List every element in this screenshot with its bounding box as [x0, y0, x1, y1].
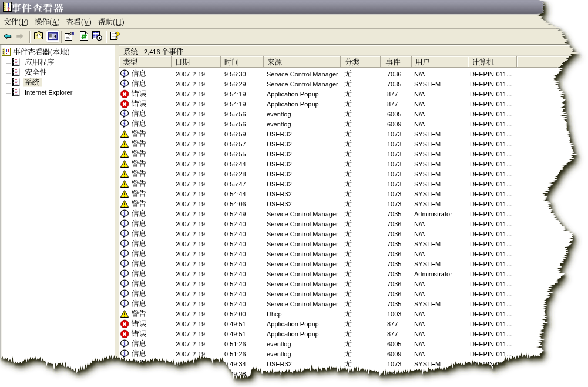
- svg-text:2007-2-19: 2007-2-19: [176, 301, 205, 308]
- svg-text:2007-2-19: 2007-2-19: [176, 261, 205, 268]
- svg-text:Service Control Manager: Service Control Manager: [267, 281, 338, 288]
- svg-text:1073: 1073: [387, 151, 401, 158]
- svg-text:0:51:26: 0:51:26: [224, 341, 246, 348]
- svg-text:2007-2-19: 2007-2-19: [176, 191, 205, 198]
- svg-text:Service Control Manager: Service Control Manager: [267, 301, 338, 308]
- svg-text:DEEPIN-011...: DEEPIN-011...: [470, 151, 512, 158]
- svg-text:1073: 1073: [387, 191, 401, 198]
- svg-text:USER32: USER32: [267, 161, 292, 168]
- svg-text:DEEPIN-011...: DEEPIN-011...: [470, 311, 512, 318]
- svg-text:USER32: USER32: [267, 201, 292, 208]
- svg-text:2007-2-19: 2007-2-19: [176, 271, 205, 278]
- svg-text:DEEPIN-011...: DEEPIN-011...: [470, 161, 512, 168]
- svg-text:9:54:19: 9:54:19: [224, 91, 246, 98]
- svg-text:Administrator: Administrator: [414, 211, 452, 218]
- svg-text:DEEPIN-011...: DEEPIN-011...: [470, 91, 512, 98]
- svg-text:7036: 7036: [387, 281, 401, 288]
- svg-text:2007-2-19: 2007-2-19: [176, 161, 205, 168]
- svg-text:DEEPIN-011...: DEEPIN-011...: [470, 121, 512, 128]
- svg-text:DEEPIN-011...: DEEPIN-011...: [470, 221, 512, 228]
- svg-text:SYSTEM: SYSTEM: [414, 201, 441, 208]
- svg-text:Application Popup: Application Popup: [267, 321, 319, 328]
- svg-text:DEEPIN-011...: DEEPIN-011...: [470, 211, 512, 218]
- svg-text:7035: 7035: [387, 241, 401, 248]
- svg-text:eventlog: eventlog: [267, 111, 291, 118]
- svg-text:DEEPIN-011...: DEEPIN-011...: [470, 191, 512, 198]
- svg-text:877: 877: [387, 331, 398, 338]
- svg-text:Administrator: Administrator: [414, 271, 452, 278]
- svg-text:7036: 7036: [387, 251, 401, 258]
- svg-text:DEEPIN-011...: DEEPIN-011...: [470, 301, 512, 308]
- svg-text:2007-2-19: 2007-2-19: [176, 241, 205, 248]
- svg-text:DEEPIN-011...: DEEPIN-011...: [470, 291, 512, 298]
- svg-text:DEEPIN-011...: DEEPIN-011...: [470, 351, 512, 358]
- svg-text:eventlog: eventlog: [267, 121, 291, 128]
- svg-text:Service Control Manager: Service Control Manager: [267, 231, 338, 238]
- svg-text:7036: 7036: [387, 291, 401, 298]
- svg-text:N/A: N/A: [414, 251, 425, 258]
- svg-text:Application Popup: Application Popup: [267, 91, 319, 98]
- svg-text:2007-2-19: 2007-2-19: [176, 331, 205, 338]
- svg-text:SYSTEM: SYSTEM: [414, 191, 441, 198]
- svg-text:7035: 7035: [387, 301, 401, 308]
- svg-text:SYSTEM: SYSTEM: [414, 301, 441, 308]
- svg-text:USER32: USER32: [267, 141, 292, 148]
- svg-text:Application Popup: Application Popup: [267, 331, 319, 338]
- svg-text:6005: 6005: [387, 111, 401, 118]
- svg-text:1073: 1073: [387, 141, 401, 148]
- svg-text:0:49:51: 0:49:51: [224, 331, 246, 338]
- svg-text:DEEPIN-011...: DEEPIN-011...: [470, 141, 512, 148]
- svg-text:0:55:47: 0:55:47: [224, 181, 246, 188]
- svg-text:USER32: USER32: [267, 151, 292, 158]
- svg-text:DEEPIN-011...: DEEPIN-011...: [470, 111, 512, 118]
- svg-text:0:52:00: 0:52:00: [224, 311, 246, 318]
- svg-text:N/A: N/A: [414, 221, 425, 228]
- svg-text:2007-2-19: 2007-2-19: [176, 181, 205, 188]
- svg-text:N/A: N/A: [414, 91, 425, 98]
- svg-text:DEEPIN-011...: DEEPIN-011...: [470, 281, 512, 288]
- svg-text:2007-2-19: 2007-2-19: [176, 81, 205, 88]
- svg-text:0:49:51: 0:49:51: [224, 321, 246, 328]
- svg-text:7035: 7035: [387, 271, 401, 278]
- svg-text:0:51:26: 0:51:26: [224, 351, 246, 358]
- svg-text:SYSTEM: SYSTEM: [414, 161, 441, 168]
- svg-text:2,416: 2,416: [144, 48, 160, 55]
- svg-text:2007-2-19: 2007-2-19: [176, 91, 205, 98]
- svg-text:9:55:56: 9:55:56: [224, 111, 246, 118]
- svg-text:9:55:56: 9:55:56: [224, 121, 246, 128]
- svg-text:eventlog: eventlog: [267, 351, 291, 358]
- svg-text:DEEPIN-011...: DEEPIN-011...: [470, 271, 512, 278]
- svg-text:USER32: USER32: [267, 181, 292, 188]
- svg-text:2007-2-19: 2007-2-19: [176, 121, 205, 128]
- svg-text:DEEPIN-011...: DEEPIN-011...: [470, 341, 512, 348]
- svg-text:USER32: USER32: [267, 171, 292, 178]
- svg-text:7035: 7035: [387, 261, 401, 268]
- svg-text:SYSTEM: SYSTEM: [414, 241, 441, 248]
- svg-text:DEEPIN-011...: DEEPIN-011...: [470, 81, 512, 88]
- svg-text:SYSTEM: SYSTEM: [414, 261, 441, 268]
- svg-text:2007-2-19: 2007-2-19: [176, 321, 205, 328]
- svg-text:Service Control Manager: Service Control Manager: [267, 71, 338, 78]
- svg-text:SYSTEM: SYSTEM: [414, 151, 441, 158]
- svg-text:0:52:40: 0:52:40: [224, 281, 246, 288]
- svg-text:Internet Explorer: Internet Explorer: [25, 89, 73, 96]
- svg-text:0:52:40: 0:52:40: [224, 291, 246, 298]
- svg-text:Service Control Manager: Service Control Manager: [267, 251, 338, 258]
- svg-text:DEEPIN-011...: DEEPIN-011...: [470, 131, 512, 138]
- svg-text:1073: 1073: [387, 361, 401, 368]
- svg-text:DEEPIN-011...: DEEPIN-011...: [470, 321, 512, 328]
- svg-text:Service Control Manager: Service Control Manager: [267, 271, 338, 278]
- svg-text:DEEPIN-011...: DEEPIN-011...: [470, 171, 512, 178]
- svg-text:SYSTEM: SYSTEM: [414, 141, 441, 148]
- svg-text:Service Control Manager: Service Control Manager: [267, 291, 338, 298]
- svg-text:N/A: N/A: [414, 311, 425, 318]
- svg-text:6005: 6005: [387, 341, 401, 348]
- svg-text:877: 877: [387, 91, 398, 98]
- svg-text:Service Control Manager: Service Control Manager: [267, 261, 338, 268]
- svg-text:2007-2-19: 2007-2-19: [176, 151, 205, 158]
- svg-text:DEEPIN-011...: DEEPIN-011...: [470, 181, 512, 188]
- svg-text:6009: 6009: [387, 121, 401, 128]
- svg-text:2007-2-19: 2007-2-19: [176, 221, 205, 228]
- svg-text:0:56:55: 0:56:55: [224, 151, 246, 158]
- svg-text:6009: 6009: [387, 351, 401, 358]
